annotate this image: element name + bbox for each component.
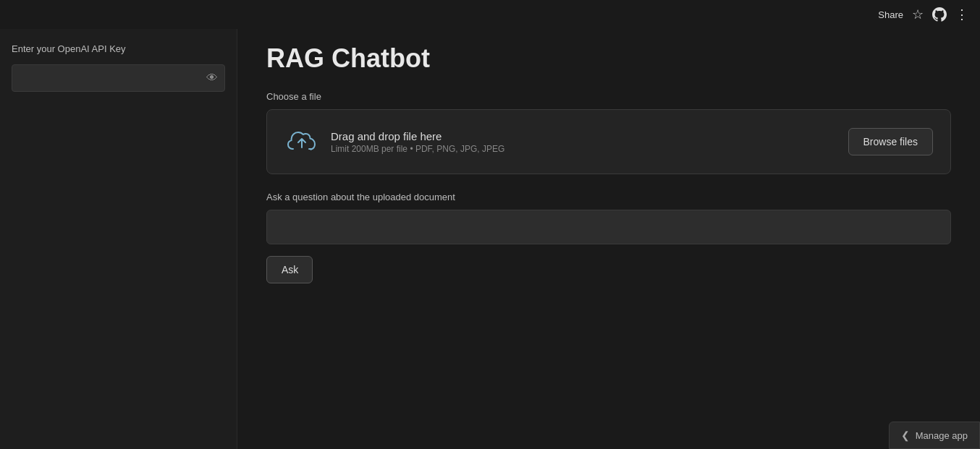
- api-key-input[interactable]: [12, 64, 225, 92]
- page-title: RAG Chatbot: [266, 43, 951, 74]
- top-bar-actions: Share ☆ ⋮: [878, 7, 968, 22]
- sidebar: Enter your OpenAI API Key 👁: [0, 29, 237, 449]
- star-icon[interactable]: ☆: [912, 7, 924, 22]
- top-bar: Share ☆ ⋮: [0, 0, 980, 29]
- question-label: Ask a question about the uploaded docume…: [266, 192, 951, 202]
- share-button[interactable]: Share: [878, 9, 903, 20]
- api-key-input-wrapper: 👁: [12, 64, 225, 92]
- toggle-password-icon[interactable]: 👁: [206, 72, 218, 85]
- upload-text-container: Drag and drop file here Limit 200MB per …: [331, 130, 504, 154]
- upload-limit-text: Limit 200MB per file • PDF, PNG, JPG, JP…: [331, 144, 504, 154]
- api-key-label: Enter your OpenAI API Key: [12, 43, 225, 54]
- manage-app-label: Manage app: [916, 430, 968, 441]
- upload-cloud-icon: [284, 124, 319, 159]
- content-area: RAG Chatbot Choose a file Drag and drop …: [237, 29, 980, 449]
- chevron-left-icon: ❮: [901, 429, 910, 441]
- upload-area: Drag and drop file here Limit 200MB per …: [266, 109, 951, 174]
- ask-button[interactable]: Ask: [266, 256, 313, 283]
- upload-section-label: Choose a file: [266, 91, 951, 102]
- github-icon[interactable]: [932, 7, 947, 22]
- question-input[interactable]: [266, 210, 951, 244]
- upload-drag-text: Drag and drop file here: [331, 130, 504, 142]
- upload-left: Drag and drop file here Limit 200MB per …: [284, 124, 504, 159]
- main-layout: Enter your OpenAI API Key 👁 RAG Chatbot …: [0, 29, 980, 449]
- browse-files-button[interactable]: Browse files: [848, 128, 933, 155]
- more-options-icon[interactable]: ⋮: [955, 7, 968, 22]
- manage-app-bar[interactable]: ❮ Manage app: [889, 422, 980, 449]
